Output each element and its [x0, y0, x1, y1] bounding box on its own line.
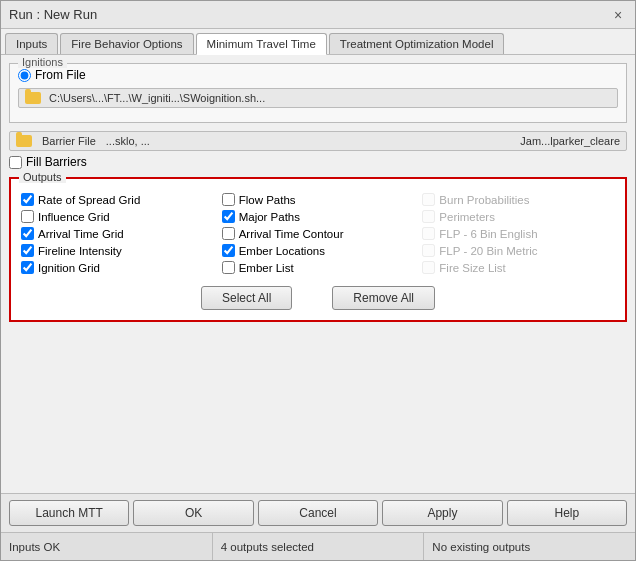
- output-ember-locations: Ember Locations: [222, 244, 415, 257]
- arrival-time-grid-label: Arrival Time Grid: [38, 228, 124, 240]
- ember-locations-checkbox[interactable]: [222, 244, 235, 257]
- output-influence-grid: Influence Grid: [21, 210, 214, 223]
- from-file-row: From File: [18, 68, 618, 82]
- ignitions-group: Ignitions From File C:\Users\...\FT...\W…: [9, 63, 627, 123]
- fill-barriers-checkbox[interactable]: [9, 156, 22, 169]
- outputs-buttons: Select All Remove All: [21, 286, 615, 310]
- tab-inputs[interactable]: Inputs: [5, 33, 58, 54]
- arrival-time-grid-checkbox[interactable]: [21, 227, 34, 240]
- flow-paths-checkbox[interactable]: [222, 193, 235, 206]
- outputs-group: Outputs Rate of Spread Grid Flow Paths B…: [9, 177, 627, 322]
- fill-barriers-label: Fill Barriers: [26, 155, 87, 169]
- tabs-bar: Inputs Fire Behavior Options Minimum Tra…: [1, 29, 635, 55]
- select-all-button[interactable]: Select All: [201, 286, 292, 310]
- ignition-grid-checkbox[interactable]: [21, 261, 34, 274]
- barrier-file-row: Barrier File ...sklo, ... Jam...lparker_…: [9, 131, 627, 151]
- from-file-label: From File: [35, 68, 86, 82]
- apply-button[interactable]: Apply: [382, 500, 502, 526]
- flow-paths-label: Flow Paths: [239, 194, 296, 206]
- major-paths-checkbox[interactable]: [222, 210, 235, 223]
- barrier-file-path: ...sklo, ...: [106, 135, 150, 147]
- major-paths-label: Major Paths: [239, 211, 300, 223]
- outputs-grid: Rate of Spread Grid Flow Paths Burn Prob…: [21, 189, 615, 274]
- output-perimeters: Perimeters: [422, 210, 615, 223]
- launch-mtt-button[interactable]: Launch MTT: [9, 500, 129, 526]
- barrier-extra: Jam...lparker_cleare: [520, 135, 620, 147]
- output-major-paths: Major Paths: [222, 210, 415, 223]
- burn-probabilities-label: Burn Probabilities: [439, 194, 529, 206]
- ember-list-label: Ember List: [239, 262, 294, 274]
- help-button[interactable]: Help: [507, 500, 627, 526]
- output-burn-probabilities: Burn Probabilities: [422, 193, 615, 206]
- output-flp-20-bin-metric: FLP - 20 Bin Metric: [422, 244, 615, 257]
- ignition-file-row: C:\Users\...\FT...\W_igniti...\SWoigniti…: [18, 88, 618, 108]
- output-arrival-time-grid: Arrival Time Grid: [21, 227, 214, 240]
- close-button[interactable]: ×: [609, 6, 627, 24]
- barrier-file-label: Barrier File: [42, 135, 96, 147]
- ember-locations-label: Ember Locations: [239, 245, 325, 257]
- output-fire-size-list: Fire Size List: [422, 261, 615, 274]
- fire-size-list-label: Fire Size List: [439, 262, 505, 274]
- burn-probabilities-checkbox: [422, 193, 435, 206]
- ok-button[interactable]: OK: [133, 500, 253, 526]
- fireline-intensity-checkbox[interactable]: [21, 244, 34, 257]
- output-flp-6-bin-english: FLP - 6 Bin English: [422, 227, 615, 240]
- output-ignition-grid: Ignition Grid: [21, 261, 214, 274]
- folder-icon: [25, 92, 41, 104]
- tab-minimum-travel-time[interactable]: Minimum Travel Time: [196, 33, 327, 55]
- content-area: Ignitions From File C:\Users\...\FT...\W…: [1, 55, 635, 493]
- ignitions-label: Ignitions: [18, 56, 67, 68]
- window-title: Run : New Run: [9, 7, 97, 22]
- rate-of-spread-grid-checkbox[interactable]: [21, 193, 34, 206]
- output-arrival-time-contour: Arrival Time Contour: [222, 227, 415, 240]
- status-bar: Inputs OK 4 outputs selected No existing…: [1, 532, 635, 560]
- tab-treatment-optimization-model[interactable]: Treatment Optimization Model: [329, 33, 505, 54]
- flp-6-bin-english-checkbox: [422, 227, 435, 240]
- fire-size-list-checkbox: [422, 261, 435, 274]
- cancel-button[interactable]: Cancel: [258, 500, 378, 526]
- influence-grid-label: Influence Grid: [38, 211, 110, 223]
- output-fireline-intensity: Fireline Intensity: [21, 244, 214, 257]
- outputs-label: Outputs: [19, 171, 66, 183]
- ember-list-checkbox[interactable]: [222, 261, 235, 274]
- status-inputs-ok: Inputs OK: [1, 533, 213, 560]
- title-bar: Run : New Run ×: [1, 1, 635, 29]
- influence-grid-checkbox[interactable]: [21, 210, 34, 223]
- remove-all-button[interactable]: Remove All: [332, 286, 435, 310]
- output-rate-of-spread-grid: Rate of Spread Grid: [21, 193, 214, 206]
- perimeters-label: Perimeters: [439, 211, 495, 223]
- output-flow-paths: Flow Paths: [222, 193, 415, 206]
- fill-barriers-row: Fill Barriers: [9, 155, 627, 169]
- flp-20-bin-metric-checkbox: [422, 244, 435, 257]
- main-window: Run : New Run × Inputs Fire Behavior Opt…: [0, 0, 636, 561]
- ignition-grid-label: Ignition Grid: [38, 262, 100, 274]
- barrier-folder-icon: [16, 135, 32, 147]
- flp-6-bin-english-label: FLP - 6 Bin English: [439, 228, 537, 240]
- ignition-file-path: C:\Users\...\FT...\W_igniti...\SWoigniti…: [49, 92, 265, 104]
- output-ember-list: Ember List: [222, 261, 415, 274]
- perimeters-checkbox: [422, 210, 435, 223]
- arrival-time-contour-label: Arrival Time Contour: [239, 228, 344, 240]
- from-file-radio[interactable]: [18, 69, 31, 82]
- tab-fire-behavior-options[interactable]: Fire Behavior Options: [60, 33, 193, 54]
- footer-buttons: Launch MTT OK Cancel Apply Help: [1, 493, 635, 532]
- flp-20-bin-metric-label: FLP - 20 Bin Metric: [439, 245, 537, 257]
- status-no-existing-outputs: No existing outputs: [424, 533, 635, 560]
- arrival-time-contour-checkbox[interactable]: [222, 227, 235, 240]
- rate-of-spread-grid-label: Rate of Spread Grid: [38, 194, 140, 206]
- status-outputs-selected: 4 outputs selected: [213, 533, 425, 560]
- fireline-intensity-label: Fireline Intensity: [38, 245, 122, 257]
